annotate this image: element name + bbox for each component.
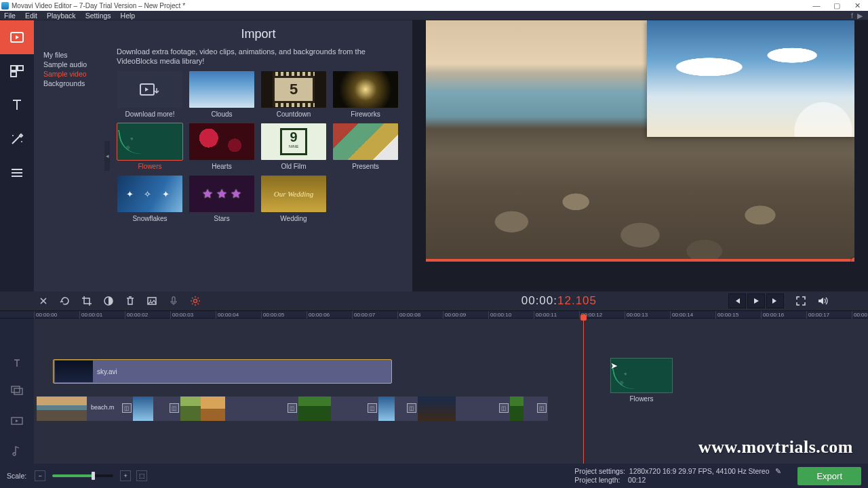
mode-import[interactable] — [0, 20, 34, 54]
volume-button[interactable] — [814, 293, 831, 308]
category-my-files[interactable]: My files — [42, 50, 110, 60]
video-clip[interactable]: beach.m ◫ — [87, 396, 133, 421]
media-item-hearts[interactable]: Hearts — [189, 123, 255, 170]
video-clip[interactable] — [418, 396, 456, 421]
media-item-snowflakes[interactable]: Snowflakes — [117, 176, 183, 222]
video-clip[interactable] — [298, 396, 331, 421]
video-icon — [11, 416, 23, 426]
media-item-oldfilm[interactable]: 9NINE Old Film — [260, 123, 327, 170]
transition-icon[interactable]: ◫ — [537, 403, 547, 413]
mode-filters[interactable] — [0, 54, 34, 88]
menu-file[interactable]: File — [4, 12, 16, 20]
transition-icon[interactable]: ◫ — [368, 403, 377, 413]
window-titlebar: Movavi Video Editor – 7-Day Trial Versio… — [0, 0, 868, 11]
edit-settings-button[interactable]: ✎ — [775, 467, 781, 475]
category-backgrounds[interactable]: Backgrounds — [42, 79, 110, 88]
svg-rect-15 — [12, 386, 20, 392]
delete-button[interactable] — [123, 294, 137, 308]
facebook-icon[interactable]: f — [851, 12, 853, 20]
video-clip[interactable]: ◫ — [153, 396, 180, 421]
preview-overlay-pip — [647, 20, 854, 137]
rotate-button[interactable] — [58, 294, 72, 308]
preview-progress-knob[interactable] — [851, 258, 854, 262]
close-button[interactable]: ✕ — [848, 1, 867, 10]
zoom-in-button[interactable]: + — [120, 470, 131, 481]
category-sample-video[interactable]: Sample video — [42, 69, 110, 79]
export-button[interactable]: Export — [797, 467, 861, 485]
text-icon — [12, 358, 22, 369]
playhead[interactable] — [583, 319, 584, 464]
media-item-presents[interactable]: Presents — [332, 123, 399, 170]
transition-icon[interactable]: ◫ — [170, 403, 179, 413]
maximize-button[interactable]: ▢ — [827, 1, 846, 10]
svg-marker-8 — [145, 87, 149, 92]
video-clip[interactable] — [201, 396, 225, 421]
zoom-slider[interactable] — [52, 474, 113, 477]
menu-settings[interactable]: Settings — [85, 12, 111, 20]
transition-icon[interactable]: ◫ — [499, 403, 509, 413]
crop-button[interactable] — [80, 294, 94, 308]
media-item-wedding[interactable]: Our Wedding Wedding — [260, 176, 327, 222]
video-clip[interactable] — [510, 396, 524, 421]
video-track-header[interactable] — [0, 404, 34, 437]
overlay-clip[interactable]: sky.avi — [53, 359, 392, 384]
media-item-download[interactable]: Download more! — [117, 71, 183, 118]
media-grid: Download more! Clouds 5 Countdown Firewo… — [117, 71, 400, 222]
video-clip[interactable] — [378, 396, 395, 421]
skip-forward-icon — [771, 297, 779, 305]
transition-icon[interactable]: ◫ — [288, 403, 297, 413]
watermark: www.movtrials.com — [698, 437, 853, 458]
video-clip[interactable]: ◫ — [225, 396, 298, 421]
video-clip[interactable]: ◫ — [456, 396, 510, 421]
youtube-icon[interactable]: ▶ — [857, 12, 863, 20]
collapse-library-handle[interactable]: ◂ — [104, 141, 110, 171]
play-button[interactable] — [747, 293, 765, 308]
fullscreen-icon — [795, 296, 806, 306]
record-audio-button[interactable] — [167, 294, 180, 308]
media-item-stars[interactable]: Stars — [189, 176, 255, 222]
category-sample-audio[interactable]: Sample audio — [42, 60, 110, 69]
preview-progress[interactable] — [426, 259, 854, 262]
media-item-clouds[interactable]: Clouds — [189, 71, 255, 118]
timeline-ruler[interactable]: 00:00:00 00:00:01 00:00:02 00:00:03 00:0… — [0, 310, 868, 319]
media-item-fireworks[interactable]: Fireworks — [332, 71, 399, 118]
fit-zoom-button[interactable]: ⬚ — [136, 470, 147, 481]
menu-help[interactable]: Help — [121, 12, 136, 20]
video-clip[interactable] — [180, 396, 201, 421]
video-clip[interactable] — [133, 396, 153, 421]
next-frame-button[interactable] — [766, 293, 784, 308]
media-item-flowers[interactable]: Flowers — [117, 123, 183, 170]
download-icon — [140, 82, 160, 97]
audio-track-header[interactable] — [0, 437, 34, 464]
fullscreen-button[interactable] — [792, 293, 810, 308]
cut-button[interactable] — [37, 294, 50, 308]
clip-properties-button[interactable] — [145, 294, 159, 308]
image-icon — [146, 296, 157, 306]
video-clip[interactable]: ◫ — [331, 396, 378, 421]
mode-transitions[interactable] — [0, 122, 34, 156]
svg-point-6 — [21, 141, 22, 142]
media-item-countdown[interactable]: 5 Countdown — [260, 71, 327, 118]
color-button[interactable] — [102, 294, 115, 308]
overlay-icon — [11, 386, 23, 395]
prev-frame-button[interactable] — [728, 293, 746, 308]
minimize-button[interactable]: — — [807, 1, 826, 10]
menu-playback[interactable]: Playback — [47, 12, 76, 20]
transition-icon[interactable]: ◫ — [122, 403, 132, 413]
mode-more[interactable] — [0, 156, 34, 190]
timeline-tracks[interactable]: sky.avi beach.m ◫ ◫ ◫ ◫ ◫ ◫ ◫ Flo — [34, 319, 868, 464]
zoom-out-button[interactable]: − — [35, 470, 45, 481]
video-clip[interactable]: ◫ — [524, 396, 548, 421]
titles-track-header[interactable] — [0, 350, 34, 377]
video-clip[interactable]: ◫ — [395, 396, 418, 421]
mode-titles[interactable] — [0, 88, 34, 122]
video-clip[interactable] — [37, 396, 87, 421]
settings-button[interactable] — [189, 294, 202, 308]
overlay-track-header[interactable] — [0, 377, 34, 404]
zoom-slider-knob[interactable] — [92, 472, 95, 480]
menu-edit[interactable]: Edit — [25, 12, 37, 20]
project-length-label: Project length: — [574, 476, 620, 484]
transition-icon[interactable]: ◫ — [407, 403, 416, 413]
svg-marker-18 — [16, 420, 18, 422]
preview-viewport[interactable] — [426, 20, 854, 262]
